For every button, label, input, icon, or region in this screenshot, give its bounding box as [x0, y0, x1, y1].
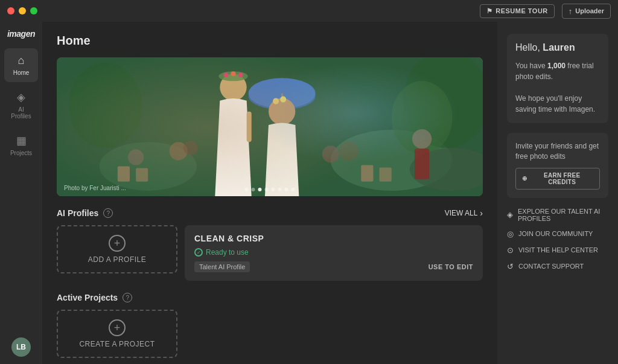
- links-section: ◈ EXPLORE OUR TALENT AI PROFILES ◎ JOIN …: [507, 208, 608, 271]
- invite-text: Invite your friends and get free photo e…: [515, 141, 600, 162]
- titlebar: RESUME TOUR Uploader: [0, 0, 618, 22]
- link-contact-support[interactable]: ↺ CONTACT SUPPORT: [507, 262, 608, 271]
- app-layout: imagen ⌂ Home ◈ AI Profiles ▦ Projects L…: [0, 22, 618, 364]
- ai-profiles-icon: ◈: [17, 91, 25, 104]
- add-profile-icon: +: [109, 235, 126, 252]
- create-project-card[interactable]: + CREATE A PROJECT: [57, 310, 177, 358]
- greeting-name: Lauren: [543, 42, 575, 53]
- status-icon: [194, 248, 203, 257]
- community-icon: ◎: [507, 229, 514, 238]
- greeting-body: You have 1,000 free trial photo edits. W…: [515, 60, 600, 115]
- logo-text: imagen: [7, 29, 35, 39]
- dot-5[interactable]: [272, 188, 275, 191]
- status-label: Ready to use: [206, 248, 249, 257]
- dot-1[interactable]: [245, 188, 249, 191]
- ai-profiles-title: AI Profiles: [57, 208, 98, 218]
- titlebar-right: RESUME TOUR Uploader: [480, 4, 611, 19]
- add-profile-label: ADD A PROFILE: [88, 255, 147, 264]
- maximize-button[interactable]: [30, 7, 37, 14]
- link-help-center-label: VISIT THE HELP CENTER: [518, 246, 598, 254]
- resume-tour-button[interactable]: RESUME TOUR: [480, 4, 555, 18]
- dot-2[interactable]: [252, 188, 255, 191]
- ai-profiles-grid: + ADD A PROFILE CLEAN & CRISP Ready to u…: [57, 225, 483, 281]
- profile-name: CLEAN & CRISP: [194, 234, 473, 243]
- link-community[interactable]: ◎ JOIN OUR COMMUNITY: [507, 229, 608, 238]
- earn-credits-label: EARN FREE CREDITS: [530, 172, 593, 185]
- ai-profiles-header: AI Profiles ? VIEW ALL: [57, 208, 483, 218]
- ai-profiles-help-icon[interactable]: ?: [103, 208, 113, 218]
- view-all-link[interactable]: VIEW ALL: [445, 208, 483, 218]
- sidebar-item-ai-profiles[interactable]: ◈ AI Profiles: [4, 85, 38, 126]
- main-content: Home: [42, 22, 497, 364]
- create-project-icon: +: [109, 319, 126, 336]
- hero-dots: [245, 188, 295, 191]
- uploader-button[interactable]: Uploader: [562, 4, 611, 19]
- sidebar-item-projects-label: Projects: [10, 150, 32, 156]
- dot-3[interactable]: [258, 188, 262, 191]
- active-projects-header: Active Projects ?: [57, 293, 483, 302]
- contact-support-icon: ↺: [507, 262, 514, 271]
- home-icon: ⌂: [18, 54, 25, 67]
- photo-credit: Photo by Fer Juaristi ...: [64, 185, 126, 191]
- link-talent-profiles[interactable]: ◈ EXPLORE OUR TALENT AI PROFILES: [507, 208, 608, 222]
- sidebar-item-home-label: Home: [13, 69, 30, 76]
- active-projects-help-icon[interactable]: ?: [123, 293, 132, 302]
- active-projects-title: Active Projects: [57, 293, 118, 302]
- help-center-icon: ⊙: [507, 246, 514, 255]
- ai-profiles-title-row: AI Profiles ?: [57, 208, 113, 218]
- dot-8[interactable]: [291, 188, 295, 191]
- gift-icon: ⊕: [522, 175, 527, 182]
- profile-card-clean-crisp: CLEAN & CRISP Ready to use Talent AI Pro…: [185, 225, 483, 281]
- link-community-label: JOIN OUR COMMUNITY: [518, 230, 593, 237]
- avatar[interactable]: LB: [11, 337, 31, 357]
- sidebar-item-projects[interactable]: ▦ Projects: [4, 128, 38, 162]
- sidebar: imagen ⌂ Home ◈ AI Profiles ▦ Projects L…: [0, 22, 42, 364]
- hero-banner: Photo by Fer Juaristi ...: [57, 57, 483, 196]
- dot-7[interactable]: [285, 188, 288, 191]
- dot-4[interactable]: [265, 188, 269, 191]
- profile-card-footer: Talent AI Profile USE TO EDIT: [194, 261, 473, 272]
- minimize-button[interactable]: [19, 7, 26, 14]
- create-project-label: CREATE A PROJECT: [79, 340, 154, 348]
- talent-badge: Talent AI Profile: [194, 261, 250, 272]
- active-projects-section: Active Projects ? + CREATE A PROJECT: [57, 293, 483, 358]
- use-to-edit-button[interactable]: USE TO EDIT: [428, 263, 473, 270]
- window-controls: [7, 7, 37, 14]
- active-projects-title-row: Active Projects ?: [57, 293, 132, 302]
- sidebar-item-ai-profiles-label: AI Profiles: [9, 106, 33, 120]
- right-sidebar: Hello, Lauren You have 1,000 free trial …: [497, 22, 618, 364]
- projects-icon: ▦: [16, 134, 27, 147]
- link-contact-support-label: CONTACT SUPPORT: [518, 263, 584, 270]
- add-profile-card[interactable]: + ADD A PROFILE: [57, 225, 177, 273]
- greeting-label: Hello,: [515, 42, 540, 53]
- app-logo: imagen: [7, 29, 35, 39]
- talent-profiles-icon: ◈: [507, 210, 513, 219]
- sidebar-item-home[interactable]: ⌂ Home: [4, 48, 38, 82]
- profile-status: Ready to use: [194, 248, 473, 257]
- link-help-center[interactable]: ⊙ VISIT THE HELP CENTER: [507, 246, 608, 255]
- close-button[interactable]: [7, 7, 14, 14]
- invite-section: Invite your friends and get free photo e…: [507, 133, 608, 198]
- hero-overlay: [57, 57, 483, 196]
- dot-6[interactable]: [278, 188, 282, 191]
- greeting-text: Hello, Lauren: [515, 42, 600, 53]
- greeting-card: Hello, Lauren You have 1,000 free trial …: [507, 34, 608, 123]
- earn-credits-button[interactable]: ⊕ EARN FREE CREDITS: [515, 168, 600, 190]
- link-talent-profiles-label: EXPLORE OUR TALENT AI PROFILES: [518, 208, 608, 222]
- page-title: Home: [57, 34, 483, 48]
